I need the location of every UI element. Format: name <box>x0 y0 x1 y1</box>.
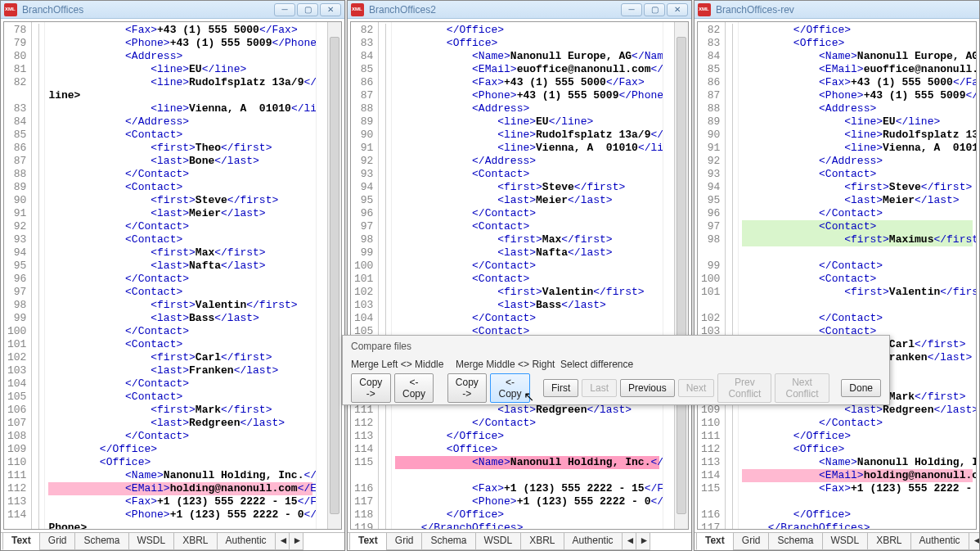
editor-right[interactable]: 8283848586878889909192939495969798991001… <box>697 21 977 530</box>
tab-schema[interactable]: Schema <box>768 533 822 550</box>
previous-button[interactable]: Previous <box>620 379 675 397</box>
tab-text[interactable]: Text <box>2 533 40 550</box>
copy-right-2-button[interactable]: Copy -> <box>447 373 488 403</box>
tab-wsdl[interactable]: WSDL <box>128 533 175 550</box>
close-button[interactable]: ✕ <box>320 3 341 16</box>
tab-text[interactable]: Text <box>349 533 387 550</box>
tab-grid[interactable]: Grid <box>733 533 770 550</box>
vertical-scrollbar[interactable] <box>327 22 341 529</box>
tab-authentic[interactable]: Authentic <box>910 533 969 550</box>
panel-title-left: BranchOffices <box>22 4 274 16</box>
xml-icon <box>4 3 17 16</box>
tab-authentic[interactable]: Authentic <box>564 533 623 550</box>
fold-strip[interactable] <box>32 22 45 529</box>
copy-left-2-button[interactable]: <- Copy <box>490 373 530 403</box>
tab-scroll-right[interactable]: ► <box>289 533 303 550</box>
panel-left: BranchOffices ─ ▢ ✕ 78798081828384858687… <box>0 0 345 551</box>
tab-scroll-left[interactable]: ◄ <box>622 533 636 550</box>
copy-right-1-button[interactable]: Copy -> <box>351 373 391 403</box>
done-button[interactable]: Done <box>841 379 881 397</box>
panel-right: BranchOffices-rev 8283848586878889909192… <box>694 0 980 551</box>
next-button[interactable]: Next <box>678 379 715 397</box>
tab-grid[interactable]: Grid <box>39 533 76 550</box>
tab-wsdl[interactable]: WSDL <box>475 533 522 550</box>
maximize-button[interactable]: ▢ <box>644 3 665 16</box>
fold-strip[interactable] <box>726 22 739 529</box>
tab-schema[interactable]: Schema <box>74 533 128 550</box>
panel-title-right: BranchOffices-rev <box>716 4 976 16</box>
group-merge-left-middle: Merge Left <> Middle <box>351 359 456 370</box>
diff-overview-bar[interactable] <box>316 22 327 529</box>
minimize-button[interactable]: ─ <box>621 3 642 16</box>
panel-middle: BranchOffices2 ─ ▢ ✕ 8283848586878889909… <box>347 0 692 551</box>
tab-scroll-left[interactable]: ◄ <box>969 533 979 550</box>
line-gutter: 7879808182838485868788899091929394959697… <box>4 22 32 529</box>
titlebar-right[interactable]: BranchOffices-rev <box>695 1 979 19</box>
tab-scroll-right[interactable]: ► <box>636 533 650 550</box>
vertical-scrollbar[interactable] <box>674 22 688 529</box>
tab-xbrl[interactable]: XBRL <box>520 533 564 550</box>
code-area[interactable]: </Office> <Office> <Name>Nanonull Europe… <box>739 22 976 529</box>
tab-scroll-left[interactable]: ◄ <box>275 533 290 550</box>
titlebar-middle[interactable]: BranchOffices2 ─ ▢ ✕ <box>348 1 691 19</box>
line-gutter: 8283848586878889909192939495969798991001… <box>698 22 726 529</box>
first-button[interactable]: First <box>543 379 578 397</box>
view-tabs: TextGridSchemaWSDLXBRLAuthentic◄► <box>348 532 691 550</box>
dialog-title: Compare files <box>351 341 881 352</box>
group-merge-middle-right: Merge Middle <> Right <box>456 359 560 370</box>
xml-icon <box>351 3 364 16</box>
line-gutter: 8283848586878889909192939495969798991001… <box>351 22 379 529</box>
code-area[interactable]: </Office> <Office> <Name>Nanonull Europe… <box>392 22 663 529</box>
editor-middle[interactable]: 8283848586878889909192939495969798991001… <box>350 21 689 530</box>
titlebar-left[interactable]: BranchOffices ─ ▢ ✕ <box>1 1 344 19</box>
next-conflict-button[interactable]: Next Conflict <box>775 373 829 403</box>
panel-title-middle: BranchOffices2 <box>369 4 621 16</box>
tab-schema[interactable]: Schema <box>421 533 475 550</box>
close-button[interactable]: ✕ <box>667 3 688 16</box>
diff-overview-bar[interactable] <box>663 22 674 529</box>
tab-xbrl[interactable]: XBRL <box>173 533 217 550</box>
last-button[interactable]: Last <box>582 379 617 397</box>
fold-strip[interactable] <box>379 22 392 529</box>
view-tabs: TextGridSchemaWSDLXBRLAuthentic◄► <box>1 532 344 550</box>
tab-grid[interactable]: Grid <box>386 533 423 550</box>
tab-wsdl[interactable]: WSDL <box>822 533 869 550</box>
view-tabs: TextGridSchemaWSDLXBRLAuthentic◄► <box>695 532 979 550</box>
code-area[interactable]: <Fax>+43 (1) 555 5000</Fax> <Phone>+43 (… <box>45 22 316 529</box>
group-select-difference: Select difference <box>560 359 633 370</box>
copy-left-1-button[interactable]: <- Copy <box>394 373 434 403</box>
tab-authentic[interactable]: Authentic <box>217 533 276 550</box>
tab-xbrl[interactable]: XBRL <box>867 533 910 550</box>
xml-icon <box>698 3 711 16</box>
compare-files-dialog[interactable]: Compare files Merge Left <> Middle Merge… <box>342 335 890 405</box>
maximize-button[interactable]: ▢ <box>297 3 318 16</box>
editor-left[interactable]: 7879808182838485868788899091929394959697… <box>3 21 342 530</box>
prev-conflict-button[interactable]: Prev Conflict <box>717 373 771 403</box>
tab-text[interactable]: Text <box>696 533 734 550</box>
minimize-button[interactable]: ─ <box>274 3 295 16</box>
